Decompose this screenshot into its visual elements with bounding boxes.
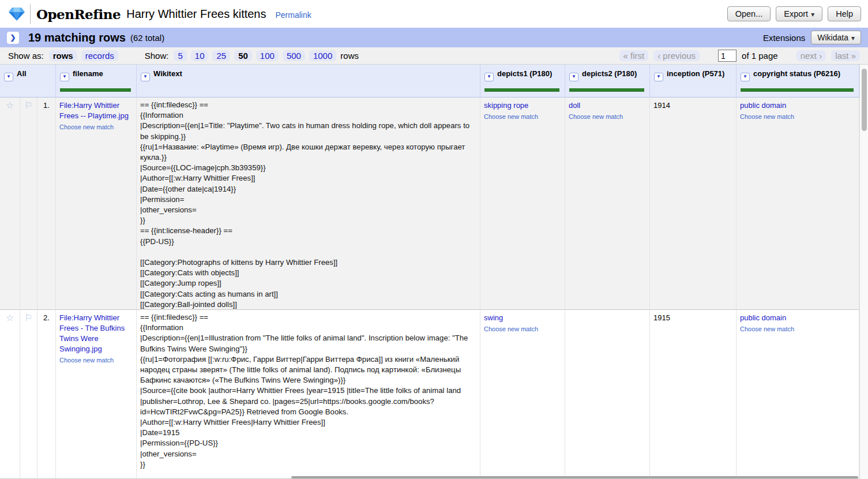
- page-size-25[interactable]: 25: [212, 50, 230, 61]
- cell-copyright-status: public domain Choose new match: [737, 310, 859, 479]
- choose-new-match-link[interactable]: Choose new match: [59, 122, 133, 132]
- page-size-suffix: rows: [340, 51, 359, 61]
- column-menu-depicts2-icon[interactable]: [569, 73, 578, 81]
- column-header-all: All: [0, 65, 56, 98]
- filename-link[interactable]: File:Harry Whittier Frees - The Bufkins …: [59, 313, 133, 354]
- star-row-button[interactable]: [0, 98, 20, 310]
- last-page-button[interactable]: last »: [831, 50, 860, 61]
- column-menu-depicts1-icon[interactable]: [484, 73, 494, 81]
- matching-rows-count: 19 matching rows: [28, 31, 126, 44]
- choose-new-match-link[interactable]: Choose new match: [740, 111, 855, 122]
- star-row-button[interactable]: [0, 310, 20, 479]
- depicts2-value-link[interactable]: doll: [569, 100, 580, 111]
- page-number-input[interactable]: [718, 50, 737, 62]
- filename-link[interactable]: File:Harry Whittier Frees -- Playtime.jp…: [59, 100, 133, 121]
- show-as-rows-toggle[interactable]: rows: [49, 50, 77, 61]
- export-button[interactable]: Export: [776, 6, 822, 21]
- horizontal-scrollbar[interactable]: [0, 476, 859, 479]
- page-size-500[interactable]: 500: [283, 50, 305, 61]
- vertical-scrollbar[interactable]: [859, 65, 868, 479]
- column-header-depicts2: depicts2 (P180): [565, 65, 650, 98]
- column-menu-all-icon[interactable]: [4, 73, 13, 81]
- column-header-copyright-status: copyright status (P6216): [737, 65, 859, 98]
- open-button[interactable]: Open...: [727, 6, 771, 21]
- cell-depicts2[interactable]: [565, 310, 650, 479]
- reconciliation-progress-bar: [60, 88, 131, 92]
- column-menu-inception-icon[interactable]: [654, 73, 663, 81]
- flag-icon: [24, 100, 32, 110]
- cell-inception[interactable]: 1914: [650, 98, 737, 310]
- total-rows-count: (62 total): [130, 33, 164, 43]
- reconciliation-progress-bar: [569, 88, 644, 92]
- column-menu-wikitext-icon[interactable]: [141, 73, 150, 81]
- vertical-scrollbar-thumb[interactable]: [862, 69, 867, 131]
- pagination: « first ‹ previous of 1 page next › last…: [619, 50, 860, 62]
- help-button[interactable]: Help: [828, 6, 861, 21]
- page-size-50-active[interactable]: 50: [234, 50, 252, 61]
- choose-new-match-link[interactable]: Choose new match: [484, 111, 561, 122]
- row-index: 1.: [37, 98, 56, 310]
- depicts1-value-link[interactable]: swing: [484, 313, 503, 323]
- cell-depicts1: swing Choose new match: [480, 310, 565, 479]
- project-title: Harry Whittier Frees kittens: [126, 8, 266, 21]
- next-page-button[interactable]: next ›: [796, 50, 826, 61]
- show-as-records-toggle[interactable]: records: [81, 50, 118, 61]
- summary-bar: 19 matching rows (62 total) Extensions W…: [0, 28, 868, 47]
- show-as-label: Show as:: [8, 51, 44, 61]
- column-menu-filename-icon[interactable]: [60, 73, 69, 81]
- cell-filename: File:Harry Whittier Frees -- Playtime.jp…: [56, 98, 137, 310]
- star-icon: [6, 100, 14, 110]
- star-icon: [6, 313, 14, 323]
- horizontal-scrollbar-thumb[interactable]: [291, 476, 858, 478]
- wikidata-extension-button[interactable]: Wikidata: [811, 31, 861, 44]
- choose-new-match-link[interactable]: Choose new match: [59, 355, 133, 365]
- page-size-1000[interactable]: 1000: [309, 50, 336, 61]
- page-size-100[interactable]: 100: [256, 50, 279, 61]
- column-header-wikitext: Wikitext: [137, 65, 480, 98]
- flag-icon: [24, 313, 32, 323]
- page-size-5[interactable]: 5: [174, 50, 186, 61]
- flag-row-button[interactable]: [20, 98, 37, 310]
- app-header: OpenRefine Harry Whittier Frees kittens …: [0, 0, 868, 28]
- openrefine-logo-icon: [8, 6, 25, 22]
- data-table: All filename Wikitext depicts1 (P180) de…: [0, 65, 868, 479]
- extensions-label: Extensions: [763, 33, 805, 43]
- previous-page-button[interactable]: ‹ previous: [653, 50, 700, 61]
- cell-inception[interactable]: 1915: [650, 310, 737, 479]
- cell-copyright-status: public domain Choose new match: [737, 98, 859, 310]
- view-controls-bar: Show as: rows records Show: 5 10 25 50 1…: [0, 47, 868, 65]
- page-size-10[interactable]: 10: [191, 50, 209, 61]
- permalink-link[interactable]: Permalink: [275, 10, 311, 20]
- copyright-status-value-link[interactable]: public domain: [740, 100, 786, 111]
- page-count-label: of 1 page: [742, 51, 778, 61]
- copyright-status-value-link[interactable]: public domain: [740, 313, 786, 323]
- header-buttons: Open... Export Help: [727, 6, 861, 21]
- column-header-depicts1: depicts1 (P180): [480, 65, 565, 98]
- logo-divider: [30, 4, 31, 24]
- cell-wikitext[interactable]: == {{int:filedesc}} == {{Information |De…: [137, 98, 480, 310]
- column-header-inception: inception (P571): [650, 65, 737, 98]
- expand-facet-panel-button[interactable]: [7, 32, 19, 44]
- depicts1-value-link[interactable]: skipping rope: [484, 100, 528, 111]
- cell-filename: File:Harry Whittier Frees - The Bufkins …: [56, 310, 137, 479]
- choose-new-match-link[interactable]: Choose new match: [740, 324, 855, 334]
- reconciliation-progress-bar: [484, 88, 559, 92]
- column-header-filename: filename: [56, 65, 137, 98]
- row-index: 2.: [37, 310, 56, 479]
- cell-depicts1: skipping rope Choose new match: [480, 98, 565, 310]
- cell-wikitext[interactable]: == {{int:filedesc}} == {{Information |De…: [137, 310, 480, 479]
- choose-new-match-link[interactable]: Choose new match: [569, 111, 646, 122]
- cell-depicts2: doll Choose new match: [565, 98, 650, 310]
- reconciliation-progress-bar: [741, 88, 854, 92]
- first-page-button[interactable]: « first: [619, 50, 649, 61]
- flag-row-button[interactable]: [20, 310, 37, 479]
- choose-new-match-link[interactable]: Choose new match: [484, 324, 561, 334]
- page-size-label: Show:: [145, 51, 169, 61]
- column-menu-copyright-status-icon[interactable]: [741, 73, 750, 81]
- app-name: OpenRefine: [36, 6, 121, 22]
